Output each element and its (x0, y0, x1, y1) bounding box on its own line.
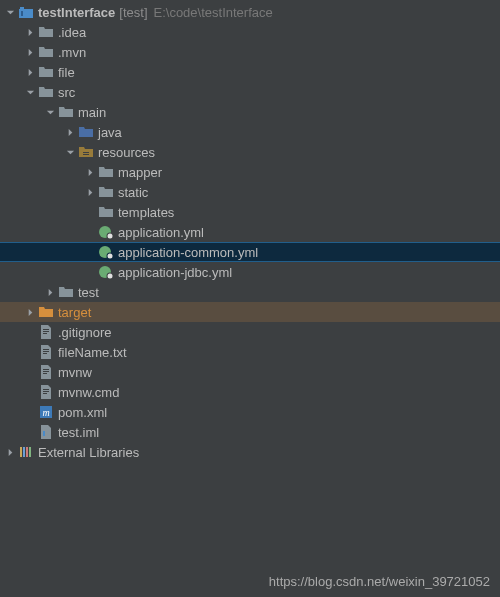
chevron-right-icon[interactable] (84, 186, 96, 198)
chevron-right-icon[interactable] (24, 26, 36, 38)
chevron-right-icon[interactable] (24, 66, 36, 78)
root-name: testInterface (38, 5, 115, 20)
svg-rect-3 (83, 152, 89, 153)
root-bracket: [test] (119, 5, 147, 20)
folder-icon (98, 184, 114, 200)
source-folder-icon (78, 124, 94, 140)
svg-rect-17 (43, 349, 49, 350)
excluded-folder-icon (38, 304, 54, 320)
tree-row-java[interactable]: java (0, 122, 500, 142)
tree-label: mapper (118, 165, 162, 180)
chevron-right-icon[interactable] (24, 306, 36, 318)
tree-row-root[interactable]: testInterface [test] E:\code\testInterfa… (0, 2, 500, 22)
tree-row-app-common-yml[interactable]: application-common.yml (0, 242, 500, 262)
spring-config-icon (98, 264, 114, 280)
tree-label: file (58, 65, 75, 80)
svg-rect-22 (43, 373, 47, 374)
tree-label: .gitignore (58, 325, 111, 340)
tree-label: resources (98, 145, 155, 160)
tree-label: mvnw (58, 365, 92, 380)
svg-rect-28 (43, 431, 45, 436)
folder-icon (38, 64, 54, 80)
tree-label: templates (118, 205, 174, 220)
text-file-icon (38, 344, 54, 360)
tree-label: application-common.yml (118, 245, 258, 260)
tree-row-mvn[interactable]: .mvn (0, 42, 500, 62)
chevron-right-icon[interactable] (84, 166, 96, 178)
tree-label: pom.xml (58, 405, 107, 420)
tree-row-resources[interactable]: resources (0, 142, 500, 162)
tree-row-idea[interactable]: .idea (0, 22, 500, 42)
tree-row-templates[interactable]: templates (0, 202, 500, 222)
svg-rect-31 (26, 447, 28, 457)
svg-point-10 (108, 254, 113, 259)
folder-icon (58, 284, 74, 300)
spring-config-icon (98, 224, 114, 240)
tree-label: .mvn (58, 45, 86, 60)
tree-label: java (98, 125, 122, 140)
svg-rect-19 (43, 353, 47, 354)
svg-rect-30 (23, 447, 25, 457)
tree-label: static (118, 185, 148, 200)
tree-row-app-jdbc-yml[interactable]: application-jdbc.yml (0, 262, 500, 282)
tree-row-mvnw[interactable]: mvnw (0, 362, 500, 382)
text-file-icon (38, 324, 54, 340)
module-file-icon (38, 424, 54, 440)
tree-row-filename-txt[interactable]: fileName.txt (0, 342, 500, 362)
tree-row-test-iml[interactable]: test.iml (0, 422, 500, 442)
project-tree: testInterface [test] E:\code\testInterfa… (0, 0, 500, 462)
svg-point-7 (108, 234, 113, 239)
tree-label: src (58, 85, 75, 100)
tree-row-mvnw-cmd[interactable]: mvnw.cmd (0, 382, 500, 402)
chevron-right-icon[interactable] (44, 286, 56, 298)
chevron-down-icon[interactable] (44, 106, 56, 118)
folder-icon (98, 164, 114, 180)
tree-label: test.iml (58, 425, 99, 440)
svg-text:m: m (42, 407, 49, 418)
tree-row-target[interactable]: target (0, 302, 500, 322)
chevron-right-icon[interactable] (24, 46, 36, 58)
svg-rect-25 (43, 393, 47, 394)
tree-row-pom-xml[interactable]: m pom.xml (0, 402, 500, 422)
svg-rect-15 (43, 331, 49, 332)
chevron-down-icon[interactable] (24, 86, 36, 98)
tree-label: test (78, 285, 99, 300)
tree-row-gitignore[interactable]: .gitignore (0, 322, 500, 342)
svg-rect-32 (29, 447, 31, 457)
libraries-icon (18, 444, 34, 460)
folder-icon (38, 84, 54, 100)
svg-rect-16 (43, 333, 47, 334)
tree-row-file[interactable]: file (0, 62, 500, 82)
svg-rect-18 (43, 351, 49, 352)
tree-row-main[interactable]: main (0, 102, 500, 122)
tree-label: mvnw.cmd (58, 385, 119, 400)
tree-label: fileName.txt (58, 345, 127, 360)
watermark-text: https://blog.csdn.net/weixin_39721052 (269, 574, 490, 589)
svg-rect-20 (43, 369, 49, 370)
tree-row-mapper[interactable]: mapper (0, 162, 500, 182)
root-path: E:\code\testInterface (154, 5, 273, 20)
svg-rect-23 (43, 389, 49, 390)
chevron-right-icon[interactable] (64, 126, 76, 138)
tree-row-external-libraries[interactable]: External Libraries (0, 442, 500, 462)
tree-row-app-yml[interactable]: application.yml (0, 222, 500, 242)
folder-icon (98, 204, 114, 220)
tree-row-test[interactable]: test (0, 282, 500, 302)
tree-label: .idea (58, 25, 86, 40)
text-file-icon (38, 384, 54, 400)
resources-folder-icon (78, 144, 94, 160)
svg-rect-21 (43, 371, 49, 372)
tree-row-static[interactable]: static (0, 182, 500, 202)
chevron-down-icon[interactable] (64, 146, 76, 158)
chevron-right-icon[interactable] (4, 446, 16, 458)
svg-rect-2 (21, 11, 23, 16)
tree-label: main (78, 105, 106, 120)
svg-point-13 (108, 274, 113, 279)
tree-label: target (58, 305, 91, 320)
folder-icon (58, 104, 74, 120)
module-folder-icon (18, 4, 34, 20)
svg-rect-29 (20, 447, 22, 457)
tree-label: application.yml (118, 225, 204, 240)
tree-row-src[interactable]: src (0, 82, 500, 102)
chevron-down-icon[interactable] (4, 6, 16, 18)
